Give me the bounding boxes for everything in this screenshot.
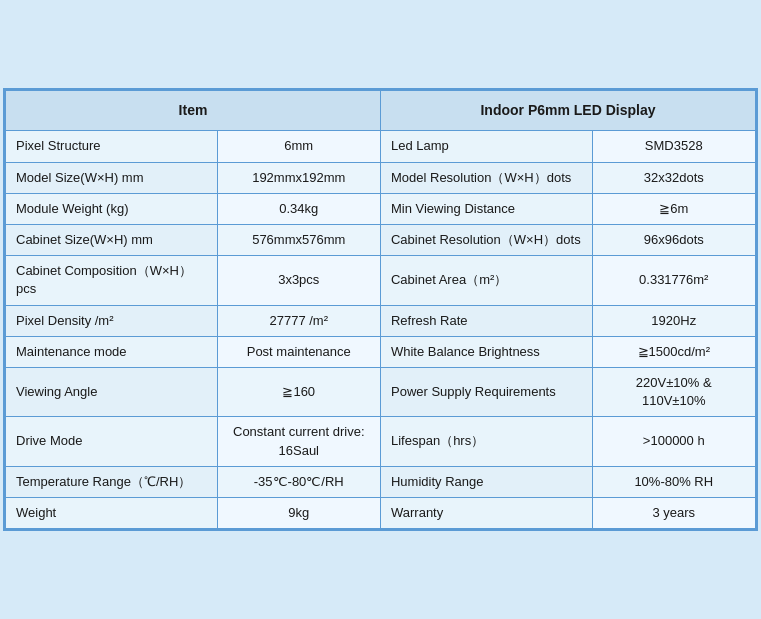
value-10-2: 3 years: [592, 497, 755, 528]
value-8-1: Constant current drive: 16Saul: [217, 417, 380, 466]
label-0-1: Pixel Structure: [6, 131, 218, 162]
label-8-2: Lifespan（hrs）: [380, 417, 592, 466]
value-3-2: 96x96dots: [592, 225, 755, 256]
spec-table-wrapper: Item Indoor P6mm LED Display Pixel Struc…: [3, 88, 758, 531]
value-1-1: 192mmx192mm: [217, 162, 380, 193]
value-7-1: ≧160: [217, 367, 380, 416]
value-7-2: 220V±10% & 110V±10%: [592, 367, 755, 416]
value-5-2: 1920Hz: [592, 305, 755, 336]
label-9-2: Humidity Range: [380, 466, 592, 497]
label-5-2: Refresh Rate: [380, 305, 592, 336]
label-3-1: Cabinet Size(W×H) mm: [6, 225, 218, 256]
value-8-2: >100000 h: [592, 417, 755, 466]
value-3-1: 576mmx576mm: [217, 225, 380, 256]
value-9-2: 10%-80% RH: [592, 466, 755, 497]
label-3-2: Cabinet Resolution（W×H）dots: [380, 225, 592, 256]
label-1-1: Model Size(W×H) mm: [6, 162, 218, 193]
label-1-2: Model Resolution（W×H）dots: [380, 162, 592, 193]
label-10-2: Warranty: [380, 497, 592, 528]
value-9-1: -35℃-80℃/RH: [217, 466, 380, 497]
label-6-2: White Balance Brightness: [380, 336, 592, 367]
value-6-1: Post maintenance: [217, 336, 380, 367]
value-2-1: 0.34kg: [217, 193, 380, 224]
value-0-1: 6mm: [217, 131, 380, 162]
value-4-1: 3x3pcs: [217, 256, 380, 305]
header-item: Item: [6, 90, 381, 131]
label-2-1: Module Weight (kg): [6, 193, 218, 224]
value-2-2: ≧6m: [592, 193, 755, 224]
value-6-2: ≧1500cd/m²: [592, 336, 755, 367]
label-8-1: Drive Mode: [6, 417, 218, 466]
value-4-2: 0.331776m²: [592, 256, 755, 305]
label-9-1: Temperature Range（℃/RH）: [6, 466, 218, 497]
label-4-1: Cabinet Composition（W×H）pcs: [6, 256, 218, 305]
value-5-1: 27777 /m²: [217, 305, 380, 336]
value-1-2: 32x32dots: [592, 162, 755, 193]
value-0-2: SMD3528: [592, 131, 755, 162]
label-10-1: Weight: [6, 497, 218, 528]
label-2-2: Min Viewing Distance: [380, 193, 592, 224]
label-6-1: Maintenance mode: [6, 336, 218, 367]
header-title: Indoor P6mm LED Display: [380, 90, 755, 131]
label-7-1: Viewing Angle: [6, 367, 218, 416]
label-7-2: Power Supply Requirements: [380, 367, 592, 416]
label-0-2: Led Lamp: [380, 131, 592, 162]
value-10-1: 9kg: [217, 497, 380, 528]
label-4-2: Cabinet Area（m²）: [380, 256, 592, 305]
label-5-1: Pixel Density /m²: [6, 305, 218, 336]
spec-table: Item Indoor P6mm LED Display Pixel Struc…: [5, 90, 756, 529]
